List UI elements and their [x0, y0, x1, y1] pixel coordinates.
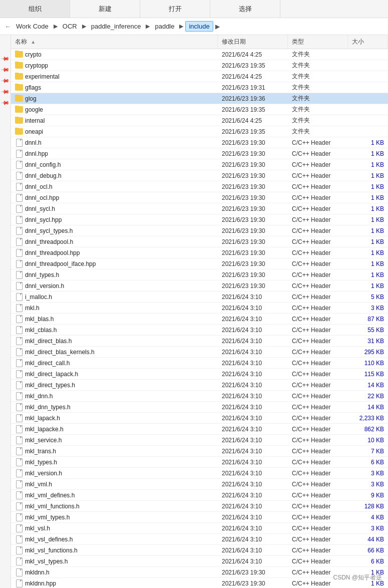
table-row[interactable]: mkl_types.h2021/6/24 3:10C/C++ Header6 K…	[11, 457, 388, 468]
file-name-text: mkl_dnn.h	[25, 393, 53, 400]
table-row[interactable]: dnnl.hpp2021/6/23 19:30C/C++ Header1 KB	[11, 148, 388, 159]
toolbar-group-3[interactable]: 选择	[210, 0, 280, 18]
toolbar-group-1[interactable]: 新建	[70, 0, 140, 18]
table-row[interactable]: dnnl_sycl.h2021/6/23 19:30C/C++ Header1 …	[11, 203, 388, 214]
table-row[interactable]: dnnl_sycl_types.h2021/6/23 19:30C/C++ He…	[11, 225, 388, 236]
file-size: 1 KB	[348, 205, 388, 212]
pin-icon-1[interactable]: 📌	[1, 54, 11, 64]
file-doc-icon	[16, 535, 23, 543]
pin-icon-5[interactable]: 📌	[1, 98, 11, 108]
file-type: C/C++ Header	[288, 205, 348, 212]
table-row[interactable]: mkl_vml.h2021/6/24 3:10C/C++ Header3 KB	[11, 479, 388, 490]
table-row[interactable]: mkl_vsl.h2021/6/24 3:10C/C++ Header3 KB	[11, 523, 388, 534]
table-row[interactable]: mkl_lapack.h2021/6/24 3:10C/C++ Header2,…	[11, 413, 388, 424]
file-type: C/C++ Header	[288, 249, 348, 256]
table-row[interactable]: google2021/6/23 19:35文件夹	[11, 104, 388, 115]
file-type: C/C++ Header	[288, 525, 348, 532]
file-type: C/C++ Header	[288, 194, 348, 201]
table-row[interactable]: mkl_direct_lapack.h2021/6/24 3:10C/C++ H…	[11, 369, 388, 380]
table-row[interactable]: crypto2021/6/24 4:25文件夹	[11, 49, 388, 60]
folder-icon	[15, 128, 23, 135]
file-doc-icon	[16, 568, 23, 576]
breadcrumb-separator-3: ▶	[145, 23, 151, 30]
file-name-cell: dnnl_sycl.h	[11, 205, 218, 213]
table-row[interactable]: mkl_direct_call.h2021/6/24 3:10C/C++ Hea…	[11, 358, 388, 369]
table-row[interactable]: dnnl_version.h2021/6/23 19:30C/C++ Heade…	[11, 280, 388, 291]
table-row[interactable]: mkl_lapacke.h2021/6/24 3:10C/C++ Header8…	[11, 424, 388, 435]
table-row[interactable]: mkl_version.h2021/6/24 3:10C/C++ Header3…	[11, 468, 388, 479]
table-row[interactable]: mkl.h2021/6/24 3:10C/C++ Header3 KB	[11, 303, 388, 314]
table-row[interactable]: mkl_vsl_types.h2021/6/24 3:10C/C++ Heade…	[11, 556, 388, 567]
file-type: C/C++ Header	[288, 172, 348, 179]
table-row[interactable]: dnnl_types.h2021/6/23 19:30C/C++ Header1…	[11, 269, 388, 280]
table-row[interactable]: dnnl_config.h2021/6/23 19:30C/C++ Header…	[11, 159, 388, 170]
breadcrumb-item-ocr[interactable]: OCR	[60, 22, 80, 31]
col-header-name[interactable]: 名称 ▲	[11, 35, 218, 49]
table-row[interactable]: mkl_dnn.h2021/6/24 3:10C/C++ Header22 KB	[11, 391, 388, 402]
col-header-size[interactable]: 大小	[348, 35, 388, 49]
table-row[interactable]: mkl_vml_defines.h2021/6/24 3:10C/C++ Hea…	[11, 490, 388, 501]
file-name-cell: dnnl.hpp	[11, 150, 218, 158]
breadcrumb-separator-2: ▶	[81, 23, 87, 30]
file-type: C/C++ Header	[288, 271, 348, 278]
file-doc-icon	[16, 546, 23, 554]
file-list-container[interactable]: 名称 ▲ 修改日期 类型 大小 crypto2021/6/24 4:25文件夹c…	[11, 35, 388, 588]
file-date: 2021/6/24 3:10	[218, 525, 288, 532]
table-row[interactable]: mkl_dnn_types.h2021/6/24 3:10C/C++ Heade…	[11, 402, 388, 413]
breadcrumb-item-include[interactable]: include	[185, 21, 213, 32]
table-row[interactable]: internal2021/6/24 4:25文件夹	[11, 115, 388, 126]
table-row[interactable]: dnnl_sycl.hpp2021/6/23 19:30C/C++ Header…	[11, 214, 388, 225]
table-row[interactable]: mkl_vml_functions.h2021/6/24 3:10C/C++ H…	[11, 501, 388, 512]
table-row[interactable]: mkl_cblas.h2021/6/24 3:10C/C++ Header55 …	[11, 325, 388, 336]
table-row[interactable]: gflags2021/6/23 19:31文件夹	[11, 82, 388, 93]
breadcrumb-item-paddle[interactable]: paddle	[152, 22, 177, 31]
table-row[interactable]: mkldnn.h2021/6/23 19:30C/C++ Header1 KB	[11, 567, 388, 578]
file-size: 128 KB	[348, 503, 388, 510]
file-type: C/C++ Header	[288, 161, 348, 168]
table-row[interactable]: mkl_vsl_defines.h2021/6/24 3:10C/C++ Hea…	[11, 534, 388, 545]
table-row[interactable]: dnnl_threadpool_iface.hpp2021/6/23 19:30…	[11, 258, 388, 269]
table-row[interactable]: mkl_vsl_functions.h2021/6/24 3:10C/C++ H…	[11, 545, 388, 556]
breadcrumb-item-work code[interactable]: Work Code	[13, 22, 52, 31]
folder-icon	[15, 84, 23, 91]
file-name-cell: mkl_types.h	[11, 458, 218, 466]
table-row[interactable]: i_malloc.h2021/6/24 3:10C/C++ Header5 KB	[11, 291, 388, 303]
pin-icon-3[interactable]: 📌	[1, 76, 11, 86]
file-type: 文件夹	[288, 83, 348, 92]
table-row[interactable]: mkl_vml_types.h2021/6/24 3:10C/C++ Heade…	[11, 512, 388, 523]
table-row[interactable]: dnnl_threadpool.h2021/6/23 19:30C/C++ He…	[11, 236, 388, 247]
table-row[interactable]: mkl_trans.h2021/6/24 3:10C/C++ Header7 K…	[11, 446, 388, 457]
table-row[interactable]: mkl_service.h2021/6/24 3:10C/C++ Header1…	[11, 435, 388, 446]
toolbar-group-2[interactable]: 打开	[140, 0, 210, 18]
table-row[interactable]: experimental2021/6/24 4:25文件夹	[11, 71, 388, 82]
table-row[interactable]: mkl_direct_types.h2021/6/24 3:10C/C++ He…	[11, 380, 388, 391]
toolbar-group-0[interactable]: 组织	[0, 0, 70, 18]
table-row[interactable]: dnnl_threadpool.hpp2021/6/23 19:30C/C++ …	[11, 247, 388, 258]
table-row[interactable]: mkldnn.hpp2021/6/23 19:30C/C++ Header1 K…	[11, 578, 388, 588]
breadcrumb-back-arrow[interactable]: ←	[4, 23, 12, 30]
table-row[interactable]: dnnl_debug.h2021/6/23 19:30C/C++ Header1…	[11, 170, 388, 181]
file-name-text: mkl_vml.h	[25, 481, 52, 488]
table-row[interactable]: mkl_direct_blas.h2021/6/24 3:10C/C++ Hea…	[11, 336, 388, 347]
table-row[interactable]: mkl_blas.h2021/6/24 3:10C/C++ Header87 K…	[11, 314, 388, 325]
table-row[interactable]: cryptopp2021/6/23 19:35文件夹	[11, 60, 388, 71]
file-type: C/C++ Header	[288, 227, 348, 234]
table-row[interactable]: dnnl_ocl.h2021/6/23 19:30C/C++ Header1 K…	[11, 181, 388, 192]
pin-icon-4[interactable]: 📌	[1, 87, 11, 97]
file-doc-icon	[16, 359, 23, 367]
file-name-cell: dnnl_ocl.hpp	[11, 194, 218, 202]
table-row[interactable]: glog2021/6/23 19:36文件夹	[11, 93, 388, 104]
file-type: C/C++ Header	[288, 415, 348, 422]
breadcrumb-forward-arrow[interactable]: ▶	[214, 23, 221, 30]
table-row[interactable]: oneapi2021/6/23 19:35文件夹	[11, 126, 388, 137]
table-row[interactable]: dnnl.h2021/6/23 19:30C/C++ Header1 KB	[11, 137, 388, 148]
pin-icon-2[interactable]: 📌	[1, 65, 11, 75]
file-size: 44 KB	[348, 536, 388, 543]
file-date: 2021/6/24 3:10	[218, 371, 288, 378]
breadcrumb-item-paddle_inference[interactable]: paddle_inference	[88, 22, 144, 31]
file-name-cell: mkl_lapack.h	[11, 414, 218, 422]
col-header-type[interactable]: 类型	[288, 35, 348, 49]
col-header-date[interactable]: 修改日期	[218, 35, 288, 49]
table-row[interactable]: dnnl_ocl.hpp2021/6/23 19:30C/C++ Header1…	[11, 192, 388, 203]
table-row[interactable]: mkl_direct_blas_kernels.h2021/6/24 3:10C…	[11, 347, 388, 358]
